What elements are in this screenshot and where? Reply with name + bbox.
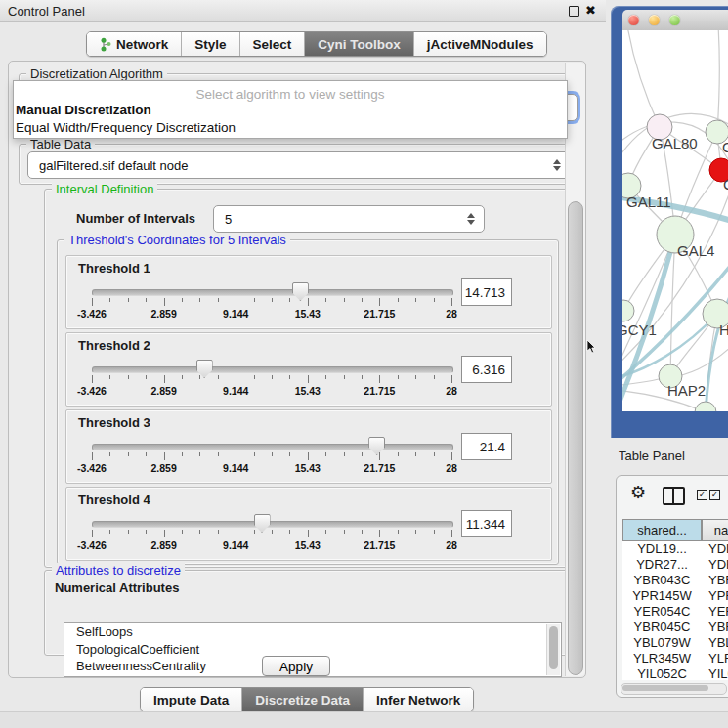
tick-label: 21.715: [352, 385, 407, 397]
tick-label: 9.144: [208, 539, 263, 551]
network-node-label: GCY1: [622, 321, 657, 338]
mouse-cursor: [586, 340, 598, 356]
split-columns-icon[interactable]: [663, 487, 685, 505]
gear-icon[interactable]: ⚙: [630, 482, 646, 503]
table-row[interactable]: YBL079WYBL0: [622, 635, 728, 651]
tab-select[interactable]: Select: [240, 32, 306, 56]
network-node[interactable]: [695, 402, 716, 411]
tab-jactivemnodules[interactable]: jActiveMNodules: [414, 32, 546, 56]
table-panel-title: Table Panel: [619, 449, 685, 463]
table-column-header[interactable]: shared...: [622, 519, 702, 541]
close-traffic-light-icon[interactable]: [628, 15, 639, 25]
table-row[interactable]: YIL052CYIL0: [622, 666, 728, 680]
tick-label: 21.715: [352, 462, 407, 474]
threshold-value-field[interactable]: 6.316: [461, 356, 512, 383]
minimize-traffic-light-icon[interactable]: [649, 15, 660, 25]
tab-network[interactable]: Network: [87, 32, 182, 56]
tab-cyni-toolbox[interactable]: Cyni Toolbox: [305, 32, 414, 56]
table-row[interactable]: YER054CYER0: [622, 604, 728, 620]
discretization-algorithm-group-title: Discretization Algorithm: [26, 66, 167, 81]
network-node[interactable]: [622, 300, 634, 321]
table-column-header[interactable]: na: [702, 519, 728, 541]
threshold-label: Threshold 3: [78, 415, 150, 430]
table-data-group: Table Data galFiltered.sif default node: [19, 144, 578, 185]
cyni-toolbox-panel: Discretization Algorithm Select algorith…: [8, 61, 586, 678]
attributes-list-scrollbar[interactable]: [546, 624, 560, 675]
tick-label: 9.144: [208, 308, 263, 320]
tick-label: -3.426: [64, 462, 119, 474]
slider-thumb[interactable]: [196, 360, 213, 378]
apply-button[interactable]: Apply: [262, 656, 330, 676]
panel-scrollbar-thumb[interactable]: [568, 201, 583, 675]
tick-label: 28: [424, 308, 479, 320]
bottom-strip: [0, 711, 728, 728]
tab-impute-data[interactable]: Impute Data: [141, 688, 242, 711]
tab-discretize-data[interactable]: Discretize Data: [242, 688, 364, 711]
bottom-tab-bar: Impute DataDiscretize DataInfer Network: [140, 687, 474, 712]
close-icon[interactable]: ✖: [585, 3, 596, 18]
threshold-box: Threshold 3-3.4262.8599.14415.4321.71528…: [65, 409, 552, 484]
slider-track[interactable]: [92, 444, 453, 450]
table-horizontal-scrollbar[interactable]: [621, 683, 727, 695]
combo-stepper-icon: [552, 159, 561, 171]
threshold-value-field[interactable]: 11.344: [461, 510, 512, 537]
tab-style[interactable]: Style: [182, 32, 239, 56]
threshold-value-field[interactable]: 21.4: [461, 433, 512, 460]
network-node-label: C: [723, 176, 728, 193]
threshold-box: Threshold 4-3.4262.8599.14415.4321.71528…: [65, 487, 552, 561]
attribute-list-item[interactable]: SelfLoops: [64, 623, 561, 641]
control-panel-title: Control Panel: [8, 4, 85, 19]
network-node-label: H: [719, 321, 728, 338]
threshold-label: Threshold 4: [78, 492, 150, 507]
network-icon: [100, 37, 111, 52]
slider-thumb[interactable]: [368, 437, 385, 455]
number-of-intervals-label: Number of Intervals: [76, 211, 195, 226]
checkbox-icon[interactable]: ✓: [709, 490, 720, 500]
numerical-attributes-label: Numerical Attributes: [55, 580, 179, 595]
slider-track[interactable]: [92, 521, 453, 528]
number-of-intervals-combobox[interactable]: 5: [213, 205, 485, 233]
tick-label: 28: [424, 385, 479, 397]
attributes-group-title: Attributes to discretize: [52, 563, 185, 578]
slider-thumb[interactable]: [292, 282, 309, 301]
panel-scrollbar[interactable]: [565, 63, 585, 676]
tick-label: -3.426: [64, 539, 119, 551]
tick-label: 28: [424, 462, 479, 474]
tick-label: 15.43: [280, 539, 335, 551]
network-canvas[interactable]: GAL80GACGAL11GAL4GCY1HHAP2: [622, 30, 728, 411]
zoom-traffic-light-icon[interactable]: [669, 15, 680, 25]
tick-label: 28: [424, 539, 479, 551]
network-window-titlebar: [622, 10, 728, 31]
tick-label: -3.426: [64, 308, 119, 320]
table-header-row: shared...na: [622, 519, 728, 541]
tick-label: 21.715: [352, 308, 407, 320]
table-row[interactable]: YBR043CYBR0: [622, 573, 728, 588]
algorithm-dropdown-popup: Select algorithm to view settings Manual…: [13, 80, 568, 139]
slider-thumb[interactable]: [254, 514, 271, 533]
checkbox-icon[interactable]: ✓: [697, 490, 707, 500]
combo-stepper-icon: [466, 213, 475, 225]
tick-label: 21.715: [352, 539, 407, 551]
network-node-label: HAP2: [667, 382, 706, 399]
threshold-value-field[interactable]: 14.713: [461, 278, 512, 306]
table-row[interactable]: YDL19...YDL1: [622, 541, 728, 557]
tick-label: 9.144: [208, 462, 263, 474]
tick-label: 2.859: [137, 462, 192, 474]
number-of-intervals-value: 5: [214, 212, 466, 227]
network-node-label: GAL11: [626, 193, 671, 210]
slider-track[interactable]: [92, 289, 453, 296]
table-row[interactable]: YPR145WYPR1: [622, 588, 728, 604]
algorithm-option[interactable]: Manual Discretization: [14, 102, 567, 119]
interval-definition-group-title: Interval Definition: [52, 182, 157, 196]
algorithm-option[interactable]: Equal Width/Frequency Discretization: [14, 119, 567, 137]
table-row[interactable]: YBR045CYBR0: [622, 620, 728, 635]
tick-label: 15.43: [280, 462, 335, 474]
table-panel-window: ⚙ ✓ ✓ shared...na YDL19...YDL1YDR27...YD…: [616, 475, 728, 698]
float-panel-icon[interactable]: [569, 6, 579, 17]
tick-label: -3.426: [64, 385, 119, 397]
table-row[interactable]: YLR345WYLR3: [622, 651, 728, 666]
slider-track[interactable]: [92, 366, 453, 373]
tab-infer-network[interactable]: Infer Network: [364, 688, 473, 711]
table-row[interactable]: YDR27...YDR2: [622, 557, 728, 573]
table-data-combobox[interactable]: galFiltered.sif default node: [27, 151, 571, 179]
